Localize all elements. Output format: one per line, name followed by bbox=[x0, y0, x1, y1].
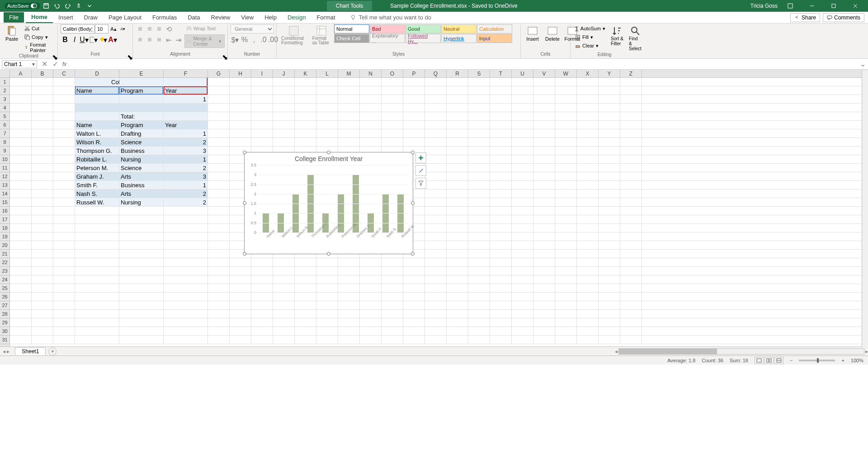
style-normal[interactable]: Normal bbox=[334, 24, 369, 33]
zoom-level[interactable]: 100% bbox=[851, 358, 863, 363]
cell-K22[interactable] bbox=[295, 258, 316, 266]
col-header-Q[interactable]: Q bbox=[425, 70, 447, 77]
cell-T8[interactable] bbox=[490, 138, 512, 146]
cell-L23[interactable] bbox=[316, 267, 338, 275]
cell-D22[interactable] bbox=[75, 258, 119, 266]
row-header-10[interactable]: 10 bbox=[0, 155, 9, 164]
cell-X8[interactable] bbox=[577, 138, 599, 146]
cell-W19[interactable] bbox=[555, 232, 577, 241]
cell-T16[interactable] bbox=[490, 207, 512, 215]
cell-C20[interactable] bbox=[53, 241, 75, 249]
cell-S1[interactable] bbox=[468, 78, 490, 86]
font-size-input[interactable] bbox=[95, 24, 108, 33]
cell-Y1[interactable] bbox=[599, 78, 620, 86]
cell-U8[interactable] bbox=[512, 138, 533, 146]
cell-L1[interactable] bbox=[316, 78, 338, 86]
cell-J25[interactable] bbox=[273, 284, 295, 292]
cell-S30[interactable] bbox=[468, 327, 490, 335]
row-header-23[interactable]: 23 bbox=[0, 267, 9, 275]
cell-C28[interactable] bbox=[53, 310, 75, 318]
cell-G15[interactable] bbox=[208, 198, 230, 206]
cell-D4[interactable] bbox=[75, 104, 119, 112]
name-box[interactable]: Chart 1 ▾ bbox=[2, 60, 37, 68]
cell-A9[interactable] bbox=[10, 147, 32, 155]
cell-J1[interactable] bbox=[273, 78, 295, 86]
cell-X17[interactable] bbox=[577, 215, 599, 223]
cell-K3[interactable] bbox=[295, 95, 316, 103]
cell-R27[interactable] bbox=[447, 301, 468, 309]
cell-D14[interactable]: Nash S. bbox=[75, 190, 119, 198]
cell-Y24[interactable] bbox=[599, 275, 620, 284]
cell-R14[interactable] bbox=[447, 190, 468, 198]
cell-N26[interactable] bbox=[360, 293, 382, 301]
cell-N6[interactable] bbox=[360, 121, 382, 129]
cell-F20[interactable] bbox=[164, 241, 208, 249]
cell-R13[interactable] bbox=[447, 181, 468, 189]
cell-I31[interactable] bbox=[251, 336, 273, 344]
cell-U24[interactable] bbox=[512, 275, 533, 284]
cell-Q8[interactable] bbox=[425, 138, 447, 146]
cell-B7[interactable] bbox=[32, 129, 53, 137]
cell-O4[interactable] bbox=[382, 104, 403, 112]
cell-G20[interactable] bbox=[208, 241, 230, 249]
cell-P26[interactable] bbox=[403, 293, 425, 301]
cell-F19[interactable] bbox=[164, 232, 208, 241]
cell-J22[interactable] bbox=[273, 258, 295, 266]
cell-B2[interactable] bbox=[32, 86, 53, 95]
cell-K28[interactable] bbox=[295, 310, 316, 318]
cell-E14[interactable]: Arts bbox=[119, 190, 164, 198]
cell-Y25[interactable] bbox=[599, 284, 620, 292]
cell-T4[interactable] bbox=[490, 104, 512, 112]
cell-L7[interactable] bbox=[316, 129, 338, 137]
cell-C17[interactable] bbox=[53, 215, 75, 223]
cell-I22[interactable] bbox=[251, 258, 273, 266]
cell-K29[interactable] bbox=[295, 318, 316, 327]
cell-J23[interactable] bbox=[273, 267, 295, 275]
cell-I23[interactable] bbox=[251, 267, 273, 275]
cell-B17[interactable] bbox=[32, 215, 53, 223]
cell-N30[interactable] bbox=[360, 327, 382, 335]
cell-A6[interactable] bbox=[10, 121, 32, 129]
clear-button[interactable]: Clear▾ bbox=[573, 42, 607, 50]
cell-R31[interactable] bbox=[447, 336, 468, 344]
tab-design[interactable]: Design bbox=[282, 12, 311, 23]
cell-A18[interactable] bbox=[10, 224, 32, 232]
cell-X16[interactable] bbox=[577, 207, 599, 215]
cell-X30[interactable] bbox=[577, 327, 599, 335]
cell-I8[interactable] bbox=[251, 138, 273, 146]
cell-P31[interactable] bbox=[403, 336, 425, 344]
cell-T3[interactable] bbox=[490, 95, 512, 103]
italic-button[interactable]: I bbox=[70, 35, 79, 44]
cell-U10[interactable] bbox=[512, 155, 533, 163]
cell-W16[interactable] bbox=[555, 207, 577, 215]
cell-Z13[interactable] bbox=[620, 181, 642, 189]
horizontal-scrollbar[interactable] bbox=[618, 348, 864, 355]
cell-J30[interactable] bbox=[273, 327, 295, 335]
cell-W2[interactable] bbox=[555, 86, 577, 95]
cell-L2[interactable] bbox=[316, 86, 338, 95]
cell-N24[interactable] bbox=[360, 275, 382, 284]
cell-P29[interactable] bbox=[403, 318, 425, 327]
cell-T15[interactable] bbox=[490, 198, 512, 206]
cell-U29[interactable] bbox=[512, 318, 533, 327]
bold-button[interactable]: B bbox=[61, 35, 70, 44]
cell-A27[interactable] bbox=[10, 301, 32, 309]
cell-S10[interactable] bbox=[468, 155, 490, 163]
cell-U28[interactable] bbox=[512, 310, 533, 318]
cell-H7[interactable] bbox=[230, 129, 251, 137]
cell-F7[interactable]: 1 bbox=[164, 129, 208, 137]
cell-J26[interactable] bbox=[273, 293, 295, 301]
cell-K4[interactable] bbox=[295, 104, 316, 112]
cell-G6[interactable] bbox=[208, 121, 230, 129]
cell-Q21[interactable] bbox=[425, 250, 447, 258]
cell-L26[interactable] bbox=[316, 293, 338, 301]
cell-I26[interactable] bbox=[251, 293, 273, 301]
cell-U31[interactable] bbox=[512, 336, 533, 344]
cell-S28[interactable] bbox=[468, 310, 490, 318]
cell-V20[interactable] bbox=[533, 241, 555, 249]
cell-S17[interactable] bbox=[468, 215, 490, 223]
cell-D19[interactable] bbox=[75, 232, 119, 241]
cell-I5[interactable] bbox=[251, 112, 273, 120]
cell-L25[interactable] bbox=[316, 284, 338, 292]
cell-E10[interactable]: Nursing bbox=[119, 155, 164, 163]
